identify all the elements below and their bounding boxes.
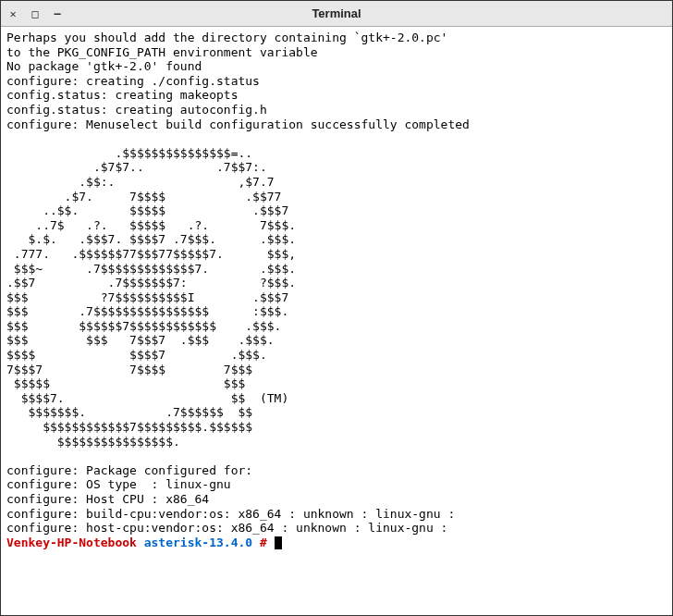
- line: .777. .$$$$$$77$$$77$$$$$7. $$$,: [6, 247, 296, 261]
- line: to the PKG_CONFIG_PATH environment varia…: [6, 45, 318, 59]
- line: No package 'gtk+-2.0' found: [6, 59, 202, 73]
- line: $$$ $$$ 7$$$7 .$$$ .$$$.: [6, 333, 275, 347]
- line: configure: OS type : linux-gnu: [6, 477, 231, 491]
- line: $$$$$$$. .7$$$$$$ $$: [6, 405, 252, 419]
- prompt-dir: asterisk-13.4.0: [144, 536, 252, 549]
- titlebar: ✕ □ – Terminal: [1, 1, 672, 27]
- line: ..7$ .?. $$$$$ .?. 7$$$.: [6, 218, 296, 232]
- line: config.status: creating autoconfig.h: [6, 103, 267, 117]
- line: $$$$7. $$ (TM): [6, 391, 288, 405]
- terminal-content[interactable]: Perhaps you should add the directory con…: [1, 27, 672, 615]
- line: .$$$$$$$$$$$$$$$=..: [6, 146, 252, 160]
- line: configure: build-cpu:vendor:os: x86_64 :…: [6, 507, 455, 521]
- line: $$$ ?7$$$$$$$$$$I .$$$7: [6, 290, 288, 304]
- line: .$7. 7$$$$ .$$77: [6, 190, 281, 203]
- line: configure: host-cpu:vendor:os: x86_64 : …: [6, 521, 447, 535]
- prompt-host: Venkey-HP-Notebook: [6, 536, 137, 549]
- line: Perhaps you should add the directory con…: [6, 31, 447, 44]
- line: $$$$$$$$$$$$$$$$.: [6, 435, 180, 449]
- minimize-icon[interactable]: –: [51, 7, 64, 20]
- line: $$$$$$$$$$$$7$$$$$$$$$.$$$$$$: [6, 420, 252, 434]
- line: configure: creating ./config.status: [6, 74, 260, 88]
- line: ..$$. $$$$$ .$$$7: [6, 203, 288, 217]
- line: config.status: creating makeopts: [6, 88, 238, 102]
- maximize-icon[interactable]: □: [29, 7, 42, 20]
- line: configure: Host CPU : x86_64: [6, 492, 209, 506]
- line: $$$~ .7$$$$$$$$$$$$$7. .$$$.: [6, 262, 296, 276]
- line: $$$$$ $$$: [6, 376, 245, 390]
- terminal-window: ✕ □ – Terminal Perhaps you should add th…: [0, 0, 673, 616]
- line: $$$ .7$$$$$$$$$$$$$$$$ :$$$.: [6, 304, 288, 318]
- prompt-symbol: #: [260, 536, 267, 549]
- close-icon[interactable]: ✕: [6, 7, 19, 20]
- line: $$$$ $$$$7 .$$$.: [6, 348, 267, 362]
- line: .$7$7.. .7$$7:.: [6, 160, 267, 174]
- line: 7$$$7 7$$$$ 7$$$: [6, 363, 252, 376]
- line: .$$:. ,$7.7: [6, 175, 275, 189]
- window-title: Terminal: [312, 6, 361, 20]
- line: configure: Menuselect build configuratio…: [6, 117, 470, 131]
- line: .$$7 .7$$$$$$$7: ?$$$.: [6, 276, 296, 290]
- window-controls: ✕ □ –: [6, 7, 64, 20]
- line: configure: Package configured for:: [6, 463, 252, 477]
- cursor: [275, 536, 282, 549]
- line: $.$. .$$$7. $$$$7 .7$$$. .$$$.: [6, 232, 296, 246]
- line: $$$ $$$$$$7$$$$$$$$$$$$ .$$$.: [6, 319, 281, 333]
